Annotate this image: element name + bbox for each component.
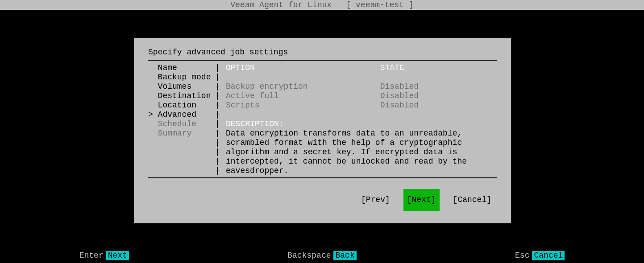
sidebar-item-volumes[interactable]: Volumes <box>148 82 215 91</box>
header-state: STATE <box>380 63 404 72</box>
dialog-footer: [Prev] [Next] [Cancel] <box>148 189 494 211</box>
hint-enter: Enter Next <box>79 251 129 260</box>
sidebar-item-backup-mode[interactable]: Backup mode <box>148 73 215 82</box>
wizard-steps-sidebar: Name Backup mode Volumes Destination Loc… <box>148 63 215 176</box>
separator-top <box>148 60 497 61</box>
option-row-backup-encryption[interactable]: Backup encryption Disabled <box>226 82 497 91</box>
hint-esc-label: Esc <box>515 251 529 260</box>
sidebar-item-destination[interactable]: Destination <box>148 91 215 101</box>
sidebar-item-location[interactable]: Location <box>148 101 215 110</box>
cancel-button[interactable]: [Cancel] <box>450 193 494 207</box>
hint-esc: Esc Cancel <box>515 251 565 260</box>
dialog-body: Name Backup mode Volumes Destination Loc… <box>148 63 497 176</box>
keyboard-hints: Enter Next Backspace Back Esc Cancel <box>0 251 644 260</box>
prev-button[interactable]: [Prev] <box>358 193 393 207</box>
description-text: Data encryption transforms data to an un… <box>226 129 497 176</box>
dialog-title: Specify advanced job settings <box>148 48 497 57</box>
advanced-settings-dialog: Specify advanced job settings Name Backu… <box>134 38 511 223</box>
hint-esc-key: Cancel <box>532 251 565 260</box>
hint-enter-key: Next <box>106 251 129 260</box>
hint-enter-label: Enter <box>79 251 104 260</box>
sidebar-item-schedule[interactable]: Schedule <box>148 119 215 129</box>
hint-backspace-key: Back <box>333 251 356 260</box>
hint-backspace-label: Backspace <box>287 251 331 260</box>
vertical-divider: | | | | | | | | | | | | <box>215 63 226 176</box>
hint-backspace: Backspace Back <box>287 251 356 260</box>
description-label: DESCRIPTION: <box>226 119 497 129</box>
sidebar-item-summary[interactable]: Summary <box>148 129 215 138</box>
next-button[interactable]: [Next] <box>403 189 440 211</box>
sidebar-item-name[interactable]: Name <box>148 63 215 73</box>
title-bar: Veeam Agent for Linux [ veeam-test ] <box>0 0 644 10</box>
separator-bottom <box>148 177 497 178</box>
option-row-scripts[interactable]: Scripts Disabled <box>226 101 497 110</box>
sidebar-item-advanced[interactable]: > Advanced <box>148 110 215 119</box>
options-header-row: OPTION STATE <box>226 63 497 73</box>
header-option: OPTION <box>226 63 255 72</box>
options-panel: OPTION STATE Backup encryption Disabled … <box>226 63 497 176</box>
option-row-active-full[interactable]: Active full Disabled <box>226 91 497 101</box>
